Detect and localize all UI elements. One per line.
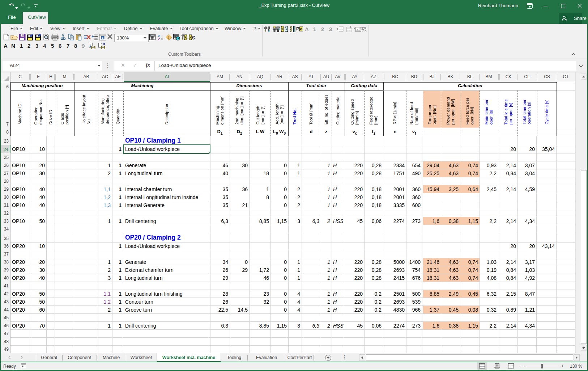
tool-pair-1-icon[interactable]	[264, 26, 272, 33]
cell-AV30[interactable]: H	[332, 193, 344, 201]
column-header-C[interactable]: C	[10, 72, 30, 82]
row-header-40[interactable]: 40	[1, 274, 10, 282]
insert-window-icon[interactable]	[99, 34, 106, 41]
cell-AM40[interactable]: 29	[210, 274, 230, 282]
cell-AI27[interactable]: Longitudinal turn	[124, 169, 210, 177]
cell-CK46[interactable]: 2,14	[499, 321, 517, 330]
toolbar-level-N[interactable]: N	[11, 43, 15, 49]
cell-AM27[interactable]: 40	[210, 169, 230, 177]
cell-BM39[interactable]: 0,19	[480, 266, 498, 274]
cell-AZ46[interactable]: 0,06	[364, 321, 383, 330]
cost-per-edge-icon[interactable]: €	[189, 34, 196, 41]
cell-AF27[interactable]: 1	[113, 169, 123, 177]
scroll-left-button[interactable]	[359, 354, 365, 361]
cell-AV46[interactable]: HSS	[332, 321, 344, 330]
row-header-29[interactable]: 29	[1, 185, 10, 193]
cell-C30[interactable]: OP10	[10, 193, 30, 201]
cut-icon[interactable]	[60, 34, 67, 41]
cell-AC33[interactable]: 1	[98, 217, 112, 225]
cell-BL39[interactable]: 0,74	[460, 266, 480, 274]
cell-AC27[interactable]: 2	[98, 169, 112, 177]
cell-F24[interactable]: 10	[30, 145, 46, 153]
cell-F27[interactable]: 30	[30, 169, 46, 177]
cell-BD31[interactable]: 600	[406, 201, 422, 209]
cell-BC39[interactable]: 2693	[384, 266, 406, 274]
cell-AY33[interactable]: 45	[345, 217, 364, 225]
copy-back-icon[interactable]	[98, 42, 105, 50]
row-header-45[interactable]: 45	[1, 313, 10, 322]
tool-pair-2-icon[interactable]	[273, 26, 280, 33]
column-header-BM[interactable]: BM	[480, 72, 498, 82]
cell-AF31[interactable]: 1	[113, 201, 123, 209]
cell-CK26[interactable]: 2,14	[499, 161, 517, 169]
cell-AS30[interactable]: 2	[288, 193, 302, 201]
cell-AZ29[interactable]: 0,18	[364, 185, 383, 193]
column-header-M[interactable]: M	[55, 72, 74, 82]
column-header-AM[interactable]: AM	[210, 72, 230, 82]
cell-F29[interactable]: 40	[30, 185, 46, 193]
toolbar-level-6[interactable]: 6	[59, 43, 61, 49]
cell-BC43[interactable]: 2693	[384, 298, 406, 306]
cell-AR26[interactable]: 0	[270, 161, 288, 169]
cell-BK33[interactable]: 0,38	[441, 217, 460, 225]
cell-AI36[interactable]: Load-/Unload workpiece	[124, 242, 210, 250]
tool-price-icon[interactable]: Pd	[296, 26, 303, 33]
cell-BL29[interactable]: 0,64	[460, 185, 480, 193]
name-box-dropdown-icon[interactable]	[98, 65, 101, 67]
cell-AI29[interactable]: Internal chamfer turn	[124, 185, 210, 193]
cell-AZ43[interactable]: 0,2	[364, 298, 383, 306]
cell-BM26[interactable]: 0,93	[480, 161, 498, 169]
cell-AZ27[interactable]: 0,28	[364, 169, 383, 177]
cell-CK38[interactable]: 2,14	[499, 258, 517, 266]
cell-AV43[interactable]: H	[332, 298, 344, 306]
cell-AV33[interactable]: HSS	[332, 217, 344, 225]
cell-AU38[interactable]: 1	[321, 258, 332, 266]
row-header-32[interactable]: 32	[1, 209, 10, 217]
toolbar-level-5[interactable]: 5	[51, 43, 54, 49]
cell-AM30[interactable]: 35	[210, 193, 230, 201]
sheet-tab-costperpart[interactable]: CostPerPart	[286, 353, 314, 362]
cell-CL33[interactable]: 4,34	[517, 217, 536, 225]
cell-AZ42[interactable]: 0,2	[364, 290, 383, 298]
cell-AF38[interactable]: 1	[113, 258, 123, 266]
cell-C46[interactable]: OP20	[10, 321, 30, 330]
cell-AS29[interactable]: 2	[288, 185, 302, 193]
cell-AV39[interactable]: H	[332, 266, 344, 274]
cell-CL27[interactable]: 3,04	[517, 169, 536, 177]
cell-AF29[interactable]: 1	[113, 185, 123, 193]
cell-AI40[interactable]: Longitudinal turn	[124, 274, 210, 282]
cell-BL33[interactable]: 1,15	[460, 217, 480, 225]
cell-C40[interactable]: OP20	[10, 274, 30, 282]
cell-BJ27[interactable]: 25,25	[423, 169, 441, 177]
cell-AZ30[interactable]: 0,18	[364, 193, 383, 201]
tool-cost-icon[interactable]	[181, 34, 188, 41]
save-icon[interactable]	[19, 34, 26, 41]
cell-AS31[interactable]: 2	[288, 201, 302, 209]
cell-AU44[interactable]: 1	[321, 305, 332, 314]
row-header-27[interactable]: 27	[1, 169, 10, 177]
zoom-combobox[interactable]: 130%	[114, 34, 149, 42]
cell-AM39[interactable]: 26	[210, 266, 230, 274]
cell-CS24[interactable]: 35,04	[538, 145, 556, 153]
cell-BK44[interactable]: 0,45	[441, 305, 460, 314]
cell-AC40[interactable]: 3	[98, 274, 112, 282]
cell-C39[interactable]: OP20	[10, 266, 30, 274]
row-header-47[interactable]: 47	[1, 329, 10, 338]
cell-AS39[interactable]: 1	[288, 266, 302, 274]
cell-AN29[interactable]: 36	[230, 185, 249, 193]
cell-BC33[interactable]: 2274	[384, 217, 406, 225]
row-header-49[interactable]: 49	[1, 345, 10, 353]
cell-AS33[interactable]: 3	[288, 217, 302, 225]
cell-C26[interactable]: OP10	[10, 161, 30, 169]
calculator-icon[interactable]	[149, 34, 157, 41]
cell-AS27[interactable]: 1	[288, 169, 302, 177]
insert-cells-icon[interactable]	[91, 34, 99, 41]
cell-AQ39[interactable]: 1,72	[250, 266, 270, 274]
menu-edit[interactable]: Edit	[30, 26, 43, 31]
cell-C36[interactable]: OP20	[10, 242, 30, 250]
cell-BK38[interactable]: 4,63	[441, 258, 460, 266]
ribbon-display-options-icon[interactable]	[524, 0, 536, 12]
cell-BD40[interactable]: 676	[406, 274, 422, 282]
row-header-36[interactable]: 36	[1, 242, 10, 250]
cell-AC29[interactable]: 1,1	[98, 185, 112, 193]
